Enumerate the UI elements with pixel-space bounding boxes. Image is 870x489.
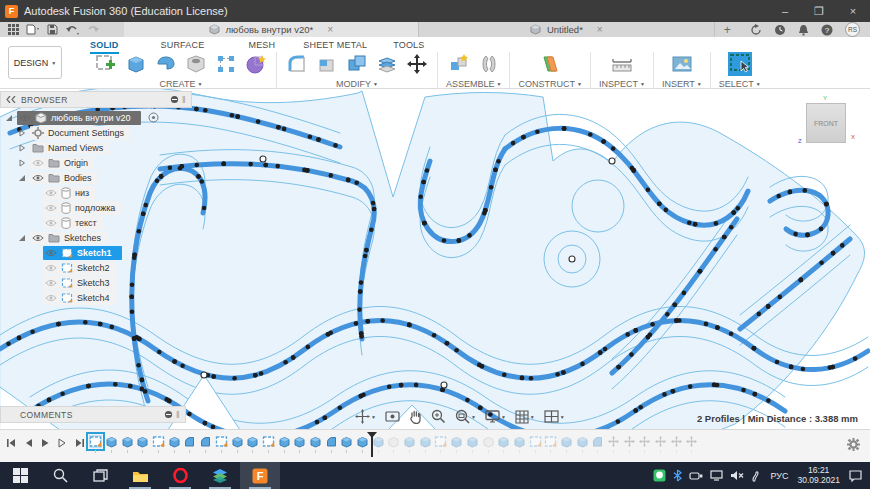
timeline-feature-sketch[interactable] [261,435,277,453]
spline-control-point[interactable] [853,356,858,361]
minimize-button[interactable]: – [768,0,802,22]
fit-icon[interactable]: ▼ [455,409,476,424]
browser-row-sketch3[interactable]: Sketch3 [0,275,192,290]
visibility-eye-icon[interactable] [45,204,57,212]
spline-control-point[interactable] [113,382,118,387]
taskbar-start-button[interactable] [0,462,40,489]
spline-control-point[interactable] [17,336,22,341]
spline-control-point[interactable] [633,408,638,413]
browser-row-sketches[interactable]: Sketches [0,230,192,245]
browser-row-named-views[interactable]: Named Views [0,140,192,155]
spline-control-point[interactable] [789,365,794,370]
orbit-icon[interactable]: ▼ [355,409,376,424]
spline-control-point[interactable] [399,383,404,388]
spline-control-point[interactable] [646,335,651,340]
spline-control-point[interactable] [357,307,362,312]
spline-control-point[interactable] [824,202,829,207]
browser-panel-header[interactable]: BROWSER ‖ [0,91,192,108]
spline-control-point[interactable] [502,373,507,378]
spline-control-point[interactable] [196,174,201,179]
spline-control-point[interactable] [137,337,142,342]
browser-row-подложка[interactable]: подложка [0,200,192,215]
group-label[interactable]: CONSTRUCT ▼ [518,79,581,89]
spline-control-point[interactable] [203,421,208,426]
pattern-icon[interactable] [214,52,238,76]
group-label[interactable]: ASSEMBLE ▼ [446,79,501,89]
expander-open-icon[interactable] [4,114,14,122]
timeline-feature-fillet[interactable] [590,435,606,453]
tray-messenger-icon[interactable] [653,469,666,482]
spline-control-point[interactable] [521,135,526,140]
spline-control-point[interactable] [263,163,268,168]
timeline-feature-extrude[interactable] [308,435,324,453]
save-icon[interactable] [47,24,58,35]
spline-control-point[interactable] [657,201,662,206]
visibility-eye-icon[interactable] [45,279,57,287]
taskbar-layers-button[interactable] [200,462,240,489]
spline-control-point[interactable] [202,206,207,211]
spline-control-point[interactable] [465,398,470,403]
spline-control-point[interactable] [323,415,328,420]
browser-row-bodies[interactable]: Bodies [0,170,192,185]
spline-control-point[interactable] [56,322,61,327]
spline-control-point[interactable] [194,107,199,112]
group-label[interactable]: SELECT ▼ [719,79,761,89]
timeline-feature-extrude[interactable] [559,435,575,453]
visibility-eye-icon[interactable] [19,114,31,122]
move-icon[interactable] [405,52,429,76]
spline-control-point[interactable] [616,419,621,424]
browser-row-sketch1[interactable]: Sketch1 [0,245,192,260]
spline-control-point[interactable] [650,322,655,327]
spline-control-point[interactable] [752,346,757,351]
spline-control-point[interactable] [221,161,226,166]
spline-control-point[interactable] [580,362,585,367]
panel-options-icon[interactable] [170,95,179,104]
timeline-feature-extrude[interactable] [496,435,512,453]
spline-control-point[interactable] [687,221,692,226]
spline-control-point[interactable] [200,179,205,184]
taskbar-opera-button[interactable] [160,462,200,489]
panel-drag-handle[interactable]: ‖ [182,95,186,105]
spline-control-point[interactable] [715,325,720,330]
spline-control-point[interactable] [86,384,91,389]
spline-control-point[interactable] [369,227,374,232]
sketch-point-open[interactable] [260,156,266,162]
spline-control-point[interactable] [60,391,65,396]
document-tab-active[interactable]: любовь внутри v20* × [124,22,420,37]
look-at-icon[interactable] [385,410,400,423]
expander-closed-icon[interactable] [17,159,27,167]
spline-control-point[interactable] [30,329,35,334]
spline-control-point[interactable] [729,331,734,336]
tray-pen-icon[interactable] [751,470,761,482]
spline-control-point[interactable] [603,347,608,352]
timeline-playhead[interactable] [371,433,373,457]
spline-control-point[interactable] [172,359,177,364]
shell-icon[interactable] [375,52,399,76]
language-indicator[interactable]: РУС [770,471,788,481]
spline-control-point[interactable] [713,247,718,252]
extrude-icon[interactable] [124,52,148,76]
expander-closed-icon[interactable] [17,129,27,137]
grid-settings-icon[interactable]: ▼ [515,410,535,424]
timeline-feature-move[interactable] [621,435,637,453]
spline-control-point[interactable] [562,126,567,131]
timeline-feature-extrude[interactable] [417,435,433,453]
spline-control-point[interactable] [736,206,741,211]
timeline-feature-extrude[interactable] [276,435,292,453]
spline-control-point[interactable] [235,114,240,119]
spline-control-point[interactable] [638,405,643,410]
spline-control-point[interactable] [180,363,185,368]
spline-control-point[interactable] [665,312,670,317]
spline-control-point[interactable] [211,374,216,379]
spline-control-point[interactable] [555,372,560,377]
spline-control-point[interactable] [741,388,746,393]
timeline-skip-end-button[interactable] [75,438,85,448]
timeline-feature-extrude[interactable] [449,435,465,453]
timeline-feature-fillet[interactable] [198,435,214,453]
joint-icon[interactable] [477,52,501,76]
timeline-feature-move[interactable] [606,435,622,453]
comments-panel-header[interactable]: COMMENTS ‖ [0,406,186,423]
spline-control-point[interactable] [631,168,636,173]
undo-icon[interactable] [65,25,79,35]
spline-control-point[interactable] [535,129,540,134]
